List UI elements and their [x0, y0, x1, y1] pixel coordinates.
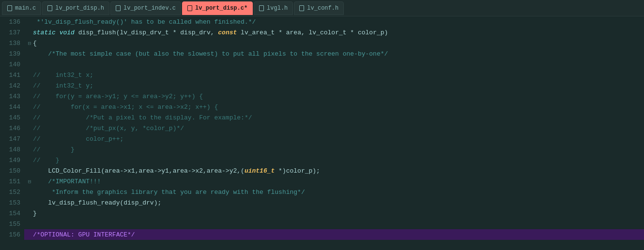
- fold-indicator[interactable]: ⊟: [26, 40, 33, 46]
- code-line: // for(y = area->y1; y <= area->y2; y++)…: [24, 91, 644, 102]
- code-line: [24, 219, 644, 229]
- line-numbers: 1361371381391401411421431441451461471481…: [0, 16, 24, 250]
- line-number: 146: [0, 123, 24, 133]
- code-line: // color_p++;: [24, 133, 644, 144]
- code-text: {: [33, 40, 37, 47]
- tab-label: lv_conf.h: [307, 5, 338, 12]
- code-line: LCD_Color_Fill(area->x1,area->y1,area->x…: [24, 165, 644, 176]
- code-line: // int32_t x;: [24, 70, 644, 80]
- code-line: // }: [24, 155, 644, 165]
- code-text: // for(x = area->x1; x <= area->x2; x++)…: [33, 103, 218, 111]
- line-number: 144: [0, 102, 24, 112]
- line-number: 151: [0, 176, 24, 187]
- code-text: LCD_Color_Fill(area->x1,area->y1,area->x…: [33, 167, 320, 175]
- code-line: [24, 59, 644, 70]
- tab-main-c[interactable]: main.c: [2, 1, 41, 15]
- line-number: 139: [0, 48, 24, 59]
- line-number: 150: [0, 165, 24, 176]
- code-line: *'lv_disp_flush_ready()' has to be calle…: [24, 16, 644, 27]
- code-text: // /*Put a pixel to the display. For exa…: [33, 114, 252, 121]
- line-number: 143: [0, 91, 24, 102]
- code-text: // }: [33, 146, 75, 153]
- line-number: 153: [0, 197, 24, 208]
- tab-label: lv_port_indev.c: [123, 5, 176, 12]
- code-line: // int32_t y;: [24, 80, 644, 91]
- line-number: 148: [0, 144, 24, 155]
- code-text: // int32_t x;: [33, 72, 93, 79]
- code-text: lv_disp_flush_ready(disp_drv);: [33, 199, 161, 206]
- code-line: }: [24, 208, 644, 219]
- tab-lv-port-disp-h[interactable]: lv_port_disp.h: [42, 1, 109, 15]
- line-number: 147: [0, 133, 24, 144]
- tab-lv-port-indev-c[interactable]: lv_port_indev.c: [110, 1, 181, 15]
- tab-label: lvgl.h: [267, 5, 288, 12]
- code-line: *Inform the graphics library that you ar…: [24, 187, 644, 197]
- file-icon: [47, 5, 52, 11]
- code-line: /*The most simple case (but also the slo…: [24, 48, 644, 59]
- tab-lv-port-disp-c[interactable]: lv_port_disp.c*: [182, 1, 253, 15]
- line-number: 152: [0, 187, 24, 197]
- tab-label: lv_port_disp.c*: [195, 5, 247, 12]
- fold-indicator[interactable]: ⊟: [26, 178, 33, 185]
- tab-label: lv_port_disp.h: [55, 5, 104, 12]
- line-number: 156: [0, 229, 24, 240]
- file-icon: [259, 5, 264, 11]
- code-line: ⊟ /*IMPORTANT!!!: [24, 176, 644, 187]
- line-number: 138: [0, 38, 24, 48]
- code-text: // color_p++;: [33, 135, 123, 143]
- file-icon: [187, 5, 192, 11]
- tab-label: main.c: [15, 5, 36, 12]
- app-window: main.clv_port_disp.hlv_port_indev.clv_po…: [0, 0, 644, 250]
- code-text: *'lv_disp_flush_ready()' has to be calle…: [33, 18, 256, 26]
- line-number: 140: [0, 59, 24, 70]
- code-line: // }: [24, 144, 644, 155]
- code-text: // /*put_px(x, y, *color_p)*/: [33, 125, 184, 132]
- line-number: 142: [0, 80, 24, 91]
- line-number: 141: [0, 70, 24, 80]
- code-line: lv_disp_flush_ready(disp_drv);: [24, 197, 644, 208]
- tab-lv-conf-h[interactable]: lv_conf.h: [294, 1, 344, 15]
- code-line: ⊟{: [24, 38, 644, 48]
- code-text: /*The most simple case (but also the slo…: [33, 50, 388, 58]
- code-text: }: [33, 210, 37, 217]
- code-line: // /*put_px(x, y, *color_p)*/: [24, 123, 644, 133]
- tab-bar: main.clv_port_disp.hlv_port_indev.clv_po…: [0, 0, 644, 16]
- code-area: 1361371381391401411421431441451461471481…: [0, 16, 644, 250]
- code-text: // }: [33, 157, 60, 164]
- file-icon: [7, 5, 12, 11]
- file-icon: [116, 5, 121, 11]
- line-number: 145: [0, 112, 24, 123]
- line-number: 136: [0, 16, 24, 27]
- line-number: 154: [0, 208, 24, 219]
- code-text: // for(y = area->y1; y <= area->y2; y++)…: [33, 93, 203, 100]
- file-icon: [299, 5, 304, 11]
- code-text: static void disp_flush(lv_disp_drv_t * d…: [33, 29, 388, 36]
- code-line: // for(x = area->x1; x <= area->x2; x++)…: [24, 102, 644, 112]
- line-number: 137: [0, 27, 24, 38]
- line-number: 149: [0, 155, 24, 165]
- code-line: /*OPTIONAL: GPU INTERFACE*/: [24, 229, 644, 240]
- code-text: *Inform the graphics library that you ar…: [33, 189, 305, 196]
- code-line: // /*Put a pixel to the display. For exa…: [24, 112, 644, 123]
- code-text: /*IMPORTANT!!!: [33, 178, 101, 185]
- code-text: /*OPTIONAL: GPU INTERFACE*/: [33, 231, 135, 238]
- tab-lvgl-h[interactable]: lvgl.h: [254, 1, 293, 15]
- line-number: 155: [0, 219, 24, 229]
- code-line: static void disp_flush(lv_disp_drv_t * d…: [24, 27, 644, 38]
- code-text: // int32_t y;: [33, 82, 93, 89]
- code-content[interactable]: *'lv_disp_flush_ready()' has to be calle…: [24, 16, 644, 250]
